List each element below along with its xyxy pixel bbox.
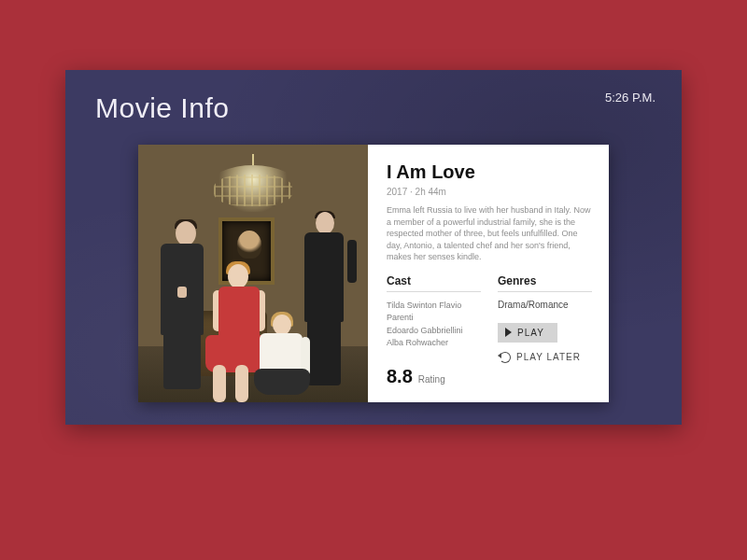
clock: 5:26 P.M. xyxy=(605,91,655,105)
play-button[interactable]: PLAY xyxy=(498,323,557,343)
poster-figure-girl xyxy=(252,315,327,402)
cast-heading: Cast xyxy=(387,274,481,292)
play-button-label: PLAY xyxy=(517,328,544,338)
genres-heading: Genres xyxy=(498,274,592,292)
movie-meta: 2017 · 2h 44m xyxy=(387,187,592,197)
play-later-icon xyxy=(500,352,511,363)
movie-runtime: 2h 44m xyxy=(416,187,446,197)
meta-separator: · xyxy=(407,187,415,197)
cast-item: Parenti xyxy=(387,312,481,325)
cast-item: Tilda Swinton Flavio xyxy=(387,300,481,313)
cast-column: Cast Tilda Swinton Flavio Parenti Edoard… xyxy=(387,274,481,363)
cast-list: Tilda Swinton Flavio Parenti Edoardo Gab… xyxy=(387,300,481,350)
cast-item: Alba Rohwacher xyxy=(387,337,481,350)
play-later-label: PLAY LATER xyxy=(516,352,581,362)
rating-value: 8.8 xyxy=(387,366,413,387)
play-later-button[interactable]: PLAY LATER xyxy=(498,352,592,363)
genres-column: Genres Drama/Romance PLAY PLAY LATER xyxy=(498,274,592,363)
info-panel: I Am Love 2017 · 2h 44m Emma left Russia… xyxy=(138,145,609,402)
page-title: Movie Info xyxy=(95,92,229,124)
movie-poster xyxy=(138,145,368,402)
poster-figure-man-left xyxy=(153,221,209,389)
movie-year: 2017 xyxy=(387,187,407,197)
movie-info-card: Movie Info 5:26 P.M. I Am Love xyxy=(65,70,682,425)
movie-title: I Am Love xyxy=(387,161,592,183)
genres-value: Drama/Romance xyxy=(498,300,592,310)
movie-details: I Am Love 2017 · 2h 44m Emma left Russia… xyxy=(368,145,609,402)
movie-synopsis: Emma left Russia to live with her husban… xyxy=(387,204,592,263)
rating: 8.8 Rating xyxy=(387,366,445,387)
cast-item: Edoardo Gabbriellini xyxy=(387,325,481,338)
play-icon xyxy=(505,328,512,337)
chandelier-icon xyxy=(197,154,309,219)
rating-label: Rating xyxy=(418,374,445,385)
